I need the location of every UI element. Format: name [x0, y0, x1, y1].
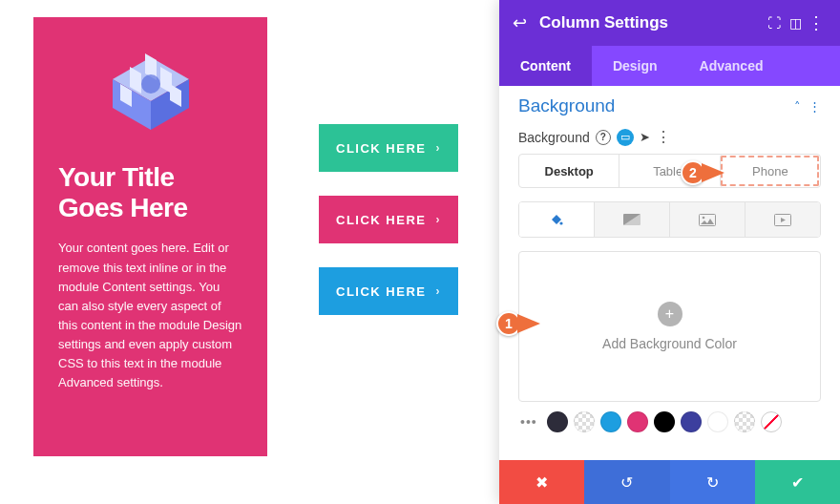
panel-title: Column Settings — [539, 13, 764, 32]
redo-icon: ↻ — [706, 473, 719, 492]
cta-button-2[interactable]: CLICK HERE › — [319, 196, 458, 243]
background-preview-box[interactable]: + Add Background Color — [518, 251, 821, 402]
chevron-right-icon: › — [435, 141, 441, 155]
back-arrow-icon[interactable]: ↩ — [513, 12, 534, 33]
cta-label: CLICK HERE — [336, 284, 426, 299]
panel-tabs: Content Design Advanced — [499, 46, 840, 86]
background-type-tabs — [518, 201, 821, 238]
image-icon — [699, 214, 716, 226]
bg-type-video[interactable] — [745, 202, 820, 237]
svg-point-12 — [703, 216, 705, 219]
drag-handle-icon[interactable]: ◫ — [785, 15, 806, 31]
responsive-toggle-icon[interactable]: ▭ — [617, 129, 634, 146]
bg-type-color[interactable] — [519, 202, 594, 237]
add-background-label: Add Background Color — [602, 336, 737, 351]
button-column: CLICK HERE › CLICK HERE › CLICK HERE › — [319, 124, 458, 339]
redo-button[interactable]: ↻ — [670, 460, 755, 504]
video-icon — [774, 214, 791, 226]
card-title: Your Title Goes Here — [58, 162, 242, 223]
help-icon[interactable]: ? — [596, 130, 611, 145]
bg-type-image[interactable] — [669, 202, 745, 237]
undo-button[interactable]: ↺ — [584, 460, 669, 504]
bg-type-gradient[interactable] — [594, 202, 669, 237]
swatch[interactable] — [627, 411, 648, 432]
preview-card: Your Title Goes Here Your content goes h… — [33, 17, 267, 456]
chevron-right-icon: › — [435, 284, 441, 298]
check-icon: ✔ — [791, 473, 804, 492]
device-tab-desktop[interactable]: Desktop — [519, 155, 619, 187]
device-tabs: Desktop Tablet Phone — [518, 154, 821, 188]
swatch-transparent[interactable] — [734, 411, 755, 432]
panel-body: Background ˄ ⋮ Background ? ▭ ➤ ⋮ Deskto… — [499, 86, 840, 460]
device-tab-tablet[interactable]: Tablet — [619, 155, 719, 187]
swatch[interactable] — [654, 411, 675, 432]
option-row: Background ? ▭ ➤ ⋮ — [518, 128, 821, 146]
close-icon: ✖ — [536, 473, 548, 492]
chevron-right-icon: › — [435, 213, 441, 226]
section-title: Background — [518, 95, 615, 116]
undo-icon: ↺ — [620, 473, 633, 492]
collapse-icon[interactable]: ˄ — [794, 99, 801, 114]
expand-icon[interactable]: ⛶ — [764, 15, 785, 31]
add-icon[interactable]: + — [658, 302, 682, 326]
section-menu-icon[interactable]: ⋮ — [808, 99, 821, 114]
swatch-transparent[interactable] — [574, 411, 595, 432]
device-tab-phone[interactable]: Phone — [720, 155, 820, 187]
svg-point-9 — [559, 221, 562, 224]
svg-point-8 — [141, 74, 160, 94]
swatch[interactable] — [707, 411, 728, 432]
cancel-button[interactable]: ✖ — [499, 460, 584, 504]
card-body: Your content goes here. Edit or remove t… — [58, 239, 242, 392]
tab-design[interactable]: Design — [592, 46, 679, 86]
color-swatches: ••• — [518, 411, 821, 432]
option-menu-icon[interactable]: ⋮ — [656, 128, 671, 146]
panel-footer: ✖ ↺ ↻ ✔ — [499, 460, 840, 504]
more-colors-icon[interactable]: ••• — [520, 414, 537, 430]
kebab-menu-icon[interactable]: ⋮ — [806, 12, 827, 33]
isometric-illustration — [94, 46, 208, 141]
section-header[interactable]: Background ˄ ⋮ — [518, 95, 821, 116]
option-label: Background — [518, 130, 590, 145]
cta-label: CLICK HERE — [336, 141, 426, 156]
cta-button-1[interactable]: CLICK HERE › — [319, 124, 458, 172]
tab-content[interactable]: Content — [499, 46, 592, 86]
swatch-none[interactable] — [761, 411, 782, 432]
confirm-button[interactable]: ✔ — [755, 460, 840, 504]
panel-header: ↩ Column Settings ⛶ ◫ ⋮ — [499, 0, 840, 46]
cta-button-3[interactable]: CLICK HERE › — [319, 267, 458, 315]
tab-advanced[interactable]: Advanced — [679, 46, 785, 86]
swatch[interactable] — [681, 411, 702, 432]
hover-toggle-icon[interactable]: ➤ — [640, 130, 650, 144]
panel-header-wrap: ↩ Column Settings ⛶ ◫ ⋮ Content Design A… — [499, 0, 840, 86]
settings-panel: ↩ Column Settings ⛶ ◫ ⋮ Content Design A… — [499, 0, 840, 504]
paint-bucket-icon — [549, 212, 564, 227]
gradient-icon — [623, 214, 640, 225]
swatch[interactable] — [547, 411, 568, 432]
swatch[interactable] — [600, 411, 621, 432]
cta-label: CLICK HERE — [336, 213, 426, 227]
